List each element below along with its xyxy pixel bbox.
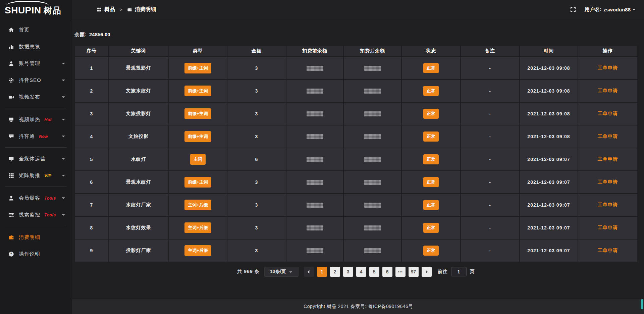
work-order-link[interactable]: 工单申请 <box>598 179 618 185</box>
column-header: 类型 <box>169 45 227 57</box>
type-badge: 主词+后缀 <box>184 245 211 256</box>
cell-action: 工单申请 <box>578 171 638 194</box>
page-button-2[interactable]: 2 <box>330 267 340 277</box>
sidebar-item-account-management[interactable]: 账号管理 <box>0 55 72 72</box>
cell-action: 工单申请 <box>578 57 638 80</box>
cell-balance-after <box>343 194 401 216</box>
cell-time: 2021-12-03 09:08 <box>520 57 578 80</box>
main-column: 树品>消费明细 用户名: zswodun88 余额: 24856.00 序号关键… <box>72 0 644 314</box>
sidebar-item-video-heating[interactable]: 视频加热Hot <box>0 111 72 128</box>
breadcrumb-item-shupin[interactable]: 树品 <box>97 6 115 13</box>
page-button-3[interactable]: 3 <box>343 267 353 277</box>
scrollbar-thumb[interactable] <box>641 299 643 309</box>
page-buttons: 123456•••97 <box>304 267 432 277</box>
table-row: 5水纹灯主词6正常-2021-12-03 09:07工单申请 <box>75 148 638 171</box>
more-pages-button[interactable]: ••• <box>395 267 406 277</box>
cell-type: 前缀+主词 <box>169 80 227 102</box>
status-badge: 正常 <box>423 109 439 119</box>
table-row: 2文旅水纹灯前缀+主词3正常-2021-12-03 09:08工单申请 <box>75 80 638 102</box>
sidebar-item-matrix-boost[interactable]: 矩阵助推VIP <box>0 167 72 184</box>
goto-label: 前往 <box>438 269 448 275</box>
work-order-link[interactable]: 工单申请 <box>598 111 618 116</box>
cell-balance-before <box>286 148 343 171</box>
cell-action: 工单申请 <box>578 239 638 262</box>
cell-time: 2021-12-03 09:07 <box>520 194 578 216</box>
column-header: 操作 <box>578 45 638 57</box>
grid-icon <box>97 7 102 12</box>
page-size-select[interactable]: 10条/页 <box>264 267 299 277</box>
footer: Copyright 树品 2021 备案号: 粤ICP备09019646号 <box>72 299 644 314</box>
chevron-down-icon <box>61 157 65 161</box>
status-badge: 正常 <box>423 246 439 256</box>
page-button-1[interactable]: 1 <box>317 267 327 277</box>
sidebar-item-label: 全媒体运营 <box>19 156 46 162</box>
cell-type: 主词+后缀 <box>169 239 227 262</box>
sidebar-item-label: 矩阵助推 <box>19 172 40 179</box>
sidebar-item-data-overview[interactable]: 数据总览 <box>0 38 72 55</box>
sidebar-item-douketong[interactable]: 抖客通New <box>0 128 72 145</box>
sidebar-item-consumption-detail[interactable]: 消费明细 <box>0 229 72 246</box>
sidebar-menu: 首页数据总览账号管理抖音SEO视频发布视频加热Hot抖客通New全媒体运营矩阵助… <box>0 21 72 262</box>
page-button-97[interactable]: 97 <box>409 267 419 277</box>
column-header: 状态 <box>401 45 461 57</box>
page-button-4[interactable]: 4 <box>356 267 366 277</box>
goto-page-input[interactable] <box>451 267 467 276</box>
sidebar-item-operation-guide[interactable]: ?操作说明 <box>0 246 72 262</box>
copyright-text: Copyright 树品 2021 备案号: 粤ICP备09019646号 <box>304 304 413 310</box>
cell-action: 工单申请 <box>578 216 638 239</box>
breadcrumb-separator: > <box>120 7 122 12</box>
pagination: 共 969 条 10条/页 123456•••97 前往 页 <box>74 267 637 277</box>
cell-index: 2 <box>75 80 108 102</box>
cell-time: 2021-12-03 09:07 <box>520 171 578 194</box>
table-header-row: 序号关键词类型金额扣费前余额扣费后余额状态备注时间操作 <box>75 45 638 57</box>
page-button-5[interactable]: 5 <box>369 267 379 277</box>
top-header: 树品>消费明细 用户名: zswodun88 <box>72 0 644 19</box>
sidebar-item-video-publish[interactable]: 视频发布 <box>0 89 72 105</box>
status-badge: 正常 <box>423 132 439 142</box>
blurred-balance <box>364 203 381 208</box>
blurred-balance <box>307 89 323 94</box>
breadcrumb-item-consumption-detail[interactable]: 消费明细 <box>127 6 156 13</box>
blurred-balance <box>364 157 381 162</box>
cell-time: 2021-12-03 09:08 <box>520 80 578 102</box>
blurred-balance <box>307 225 323 230</box>
work-order-link[interactable]: 工单申请 <box>598 202 618 207</box>
fullscreen-icon[interactable] <box>570 7 576 12</box>
cell-remark: - <box>461 239 520 262</box>
cell-amount: 3 <box>227 125 286 148</box>
work-order-link[interactable]: 工单申请 <box>598 88 618 93</box>
work-order-link[interactable]: 工单申请 <box>598 156 618 162</box>
type-badge: 主词+后缀 <box>184 200 211 210</box>
consumption-table: 序号关键词类型金额扣费前余额扣费后余额状态备注时间操作 1景观投影灯前缀+主词3… <box>74 45 638 262</box>
sidebar-item-home[interactable]: 首页 <box>0 21 72 38</box>
sidebar-item-label: 抖音SEO <box>19 77 41 84</box>
sidebar-item-member-baoke[interactable]: 会员爆客Tools <box>0 190 72 206</box>
cell-remark: - <box>461 171 520 194</box>
work-order-link[interactable]: 工单申请 <box>598 225 618 230</box>
sidebar-divider <box>5 108 67 108</box>
app-logo[interactable]: SHUPIN 树品 <box>0 0 72 21</box>
username-value[interactable]: zswodun88 <box>603 7 631 12</box>
cell-keyword: 文旅投影 <box>108 125 169 148</box>
column-header: 备注 <box>461 45 520 57</box>
cell-keyword: 文旅投影灯 <box>108 102 169 125</box>
work-order-link[interactable]: 工单申请 <box>598 65 618 70</box>
chevron-down-icon[interactable] <box>632 7 636 11</box>
sidebar-item-omni-media-operation[interactable]: 全媒体运营 <box>0 150 72 167</box>
work-order-link[interactable]: 工单申请 <box>598 248 618 253</box>
sidebar-item-douyin-seo[interactable]: 抖音SEO <box>0 72 72 89</box>
page-button-6[interactable]: 6 <box>382 267 392 277</box>
cell-index: 1 <box>75 57 108 80</box>
cell-balance-before <box>286 239 343 262</box>
cell-balance-after <box>343 125 401 148</box>
work-order-link[interactable]: 工单申请 <box>598 134 618 139</box>
sidebar-item-lead-monitoring[interactable]: 线索监控Tools <box>0 206 72 223</box>
type-badge: 主词+后缀 <box>184 222 211 233</box>
table-row: 3文旅投影灯前缀+主词3正常-2021-12-03 09:08工单申请 <box>75 102 638 125</box>
status-badge: 正常 <box>423 86 439 96</box>
cell-amount: 3 <box>227 194 286 216</box>
prev-page-button[interactable] <box>304 267 314 277</box>
balance-label: 余额: <box>74 32 86 37</box>
next-page-button[interactable] <box>422 267 432 277</box>
blurred-balance <box>364 134 381 139</box>
